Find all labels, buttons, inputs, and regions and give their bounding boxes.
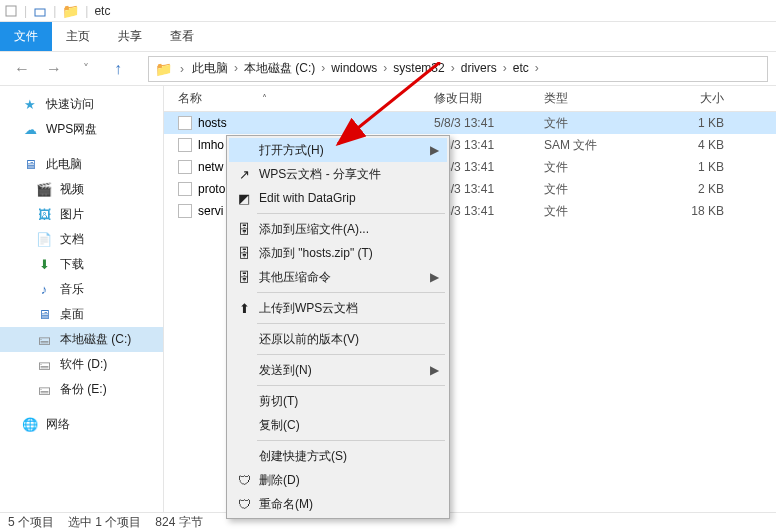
chevron-right-icon[interactable]: › <box>178 62 186 76</box>
sidebar-item[interactable]: 🖼图片 <box>0 202 163 227</box>
sidebar-item[interactable]: 🖴软件 (D:) <box>0 352 163 377</box>
ribbon-tabs: 文件 主页 共享 查看 <box>0 22 776 52</box>
tab-file[interactable]: 文件 <box>0 22 52 51</box>
col-date[interactable]: 修改日期 <box>434 90 544 107</box>
tab-view[interactable]: 查看 <box>156 22 208 51</box>
sidebar: ★快速访问☁WPS网盘🖥此电脑🎬视频🖼图片📄文档⬇下载♪音乐🖥桌面🖴本地磁盘 (… <box>0 86 164 512</box>
sidebar-item-label: 软件 (D:) <box>60 356 107 373</box>
menu-item[interactable]: 🗄添加到 "hosts.zip" (T) <box>229 241 447 265</box>
tab-home[interactable]: 主页 <box>52 22 104 51</box>
breadcrumb[interactable]: 📁 › 此电脑›本地磁盘 (C:)›windows›system32›drive… <box>148 56 768 82</box>
archive-icon: 🗄 <box>235 268 253 286</box>
sidebar-item[interactable]: 🖥桌面 <box>0 302 163 327</box>
menu-item[interactable]: 发送到(N)▶ <box>229 358 447 382</box>
quick-access-btn[interactable] <box>33 4 47 18</box>
menu-item[interactable]: 🗄添加到压缩文件(A)... <box>229 217 447 241</box>
nav-back[interactable]: ← <box>8 55 36 83</box>
menu-item[interactable]: ⬆上传到WPS云文档 <box>229 296 447 320</box>
menu-item[interactable]: 🛡重命名(M) <box>229 492 447 516</box>
doc-icon: 📄 <box>36 232 52 248</box>
menu-item-label: 重命名(M) <box>259 496 313 513</box>
sidebar-item-label: 音乐 <box>60 281 84 298</box>
menu-item[interactable]: 🗄其他压缩命令▶ <box>229 265 447 289</box>
menu-item[interactable]: 创建快捷方式(S) <box>229 444 447 468</box>
window-icon[interactable] <box>4 4 18 18</box>
sidebar-item[interactable]: 🌐网络 <box>0 412 163 437</box>
file-row[interactable]: hosts5/8/3 13:41文件1 KB <box>164 112 776 134</box>
file-name: proto <box>198 182 225 196</box>
sidebar-item[interactable]: 🖴本地磁盘 (C:) <box>0 327 163 352</box>
col-size[interactable]: 大小 <box>644 90 734 107</box>
file-name: lmho <box>198 138 224 152</box>
col-type[interactable]: 类型 <box>544 90 644 107</box>
sidebar-item[interactable]: 🎬视频 <box>0 177 163 202</box>
breadcrumb-icon: 📁 <box>155 61 172 77</box>
breadcrumb-item[interactable]: 本地磁盘 (C:) <box>240 59 319 77</box>
menu-item[interactable]: 剪切(T) <box>229 389 447 413</box>
menu-separator <box>257 213 445 214</box>
breadcrumb-item[interactable]: system32 <box>389 59 448 77</box>
chevron-right-icon[interactable]: › <box>232 61 240 75</box>
chevron-right-icon[interactable]: › <box>501 61 509 75</box>
file-icon <box>178 160 192 174</box>
chevron-right-icon: ▶ <box>430 143 439 157</box>
sidebar-item-label: 网络 <box>46 416 70 433</box>
sidebar-item-label: 下载 <box>60 256 84 273</box>
cloud-icon: ☁ <box>22 122 38 138</box>
menu-separator <box>257 440 445 441</box>
sidebar-item-label: 本地磁盘 (C:) <box>60 331 131 348</box>
folder-icon: 📁 <box>62 3 79 19</box>
nav-up[interactable]: ↑ <box>104 55 132 83</box>
menu-item[interactable]: 还原以前的版本(V) <box>229 327 447 351</box>
menu-item-label: Edit with DataGrip <box>259 191 356 205</box>
disk-icon: 🖴 <box>36 332 52 348</box>
menu-item-label: 剪切(T) <box>259 393 298 410</box>
shield-icon: 🛡 <box>235 471 253 489</box>
menu-item[interactable]: 🛡删除(D) <box>229 468 447 492</box>
sidebar-item[interactable]: 🖴备份 (E:) <box>0 377 163 402</box>
sidebar-item-label: WPS网盘 <box>46 121 97 138</box>
menu-item[interactable]: ↗WPS云文档 - 分享文件 <box>229 162 447 186</box>
sidebar-item-label: 快速访问 <box>46 96 94 113</box>
wps-cloud-icon: ⬆ <box>235 299 253 317</box>
col-name[interactable]: 名称˄ <box>164 90 434 107</box>
tab-share[interactable]: 共享 <box>104 22 156 51</box>
sidebar-item[interactable]: ♪音乐 <box>0 277 163 302</box>
file-size: 4 KB <box>644 138 734 152</box>
breadcrumb-item[interactable]: drivers <box>457 59 501 77</box>
sidebar-item-label: 图片 <box>60 206 84 223</box>
archive-icon: 🗄 <box>235 244 253 262</box>
file-icon <box>178 182 192 196</box>
sidebar-item[interactable]: 📄文档 <box>0 227 163 252</box>
menu-separator <box>257 354 445 355</box>
breadcrumb-item[interactable]: windows <box>327 59 381 77</box>
chevron-right-icon[interactable]: › <box>533 61 541 75</box>
sidebar-item[interactable]: ★快速访问 <box>0 92 163 117</box>
sidebar-item[interactable]: ⬇下载 <box>0 252 163 277</box>
sidebar-item-label: 备份 (E:) <box>60 381 107 398</box>
menu-item[interactable]: 打开方式(H)▶ <box>229 138 447 162</box>
nav-recent[interactable]: ˅ <box>72 55 100 83</box>
disk-icon: 🖴 <box>36 357 52 373</box>
sidebar-item[interactable]: ☁WPS网盘 <box>0 117 163 142</box>
breadcrumb-item[interactable]: etc <box>509 59 533 77</box>
file-size: 1 KB <box>644 160 734 174</box>
column-headers: 名称˄ 修改日期 类型 大小 <box>164 86 776 112</box>
context-menu: 打开方式(H)▶↗WPS云文档 - 分享文件◩Edit with DataGri… <box>226 135 450 519</box>
sidebar-item[interactable]: 🖥此电脑 <box>0 152 163 177</box>
file-date: 5/8/3 13:41 <box>434 160 544 174</box>
window-title: etc <box>94 4 110 18</box>
music-icon: ♪ <box>36 282 52 298</box>
chevron-right-icon[interactable]: › <box>449 61 457 75</box>
menu-item-label: WPS云文档 - 分享文件 <box>259 166 381 183</box>
star-icon: ★ <box>22 97 38 113</box>
breadcrumb-item[interactable]: 此电脑 <box>188 59 232 77</box>
download-icon: ⬇ <box>36 257 52 273</box>
menu-item-label: 其他压缩命令 <box>259 269 331 286</box>
svg-rect-0 <box>6 6 16 16</box>
menu-item[interactable]: 复制(C) <box>229 413 447 437</box>
wps-share-icon: ↗ <box>235 165 253 183</box>
menu-item[interactable]: ◩Edit with DataGrip <box>229 186 447 210</box>
sidebar-item-label: 文档 <box>60 231 84 248</box>
nav-forward[interactable]: → <box>40 55 68 83</box>
